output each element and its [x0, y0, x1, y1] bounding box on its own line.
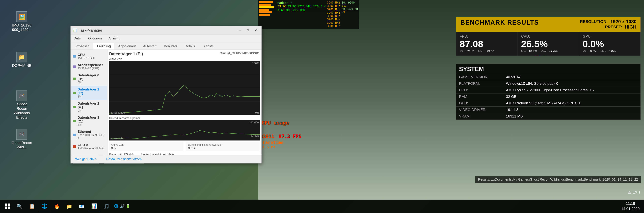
sys-row-cpu: CPU: AMD Ryzen 7 2700X Eight-Core Proces…: [456, 87, 640, 94]
exit-label: EXIT: [632, 190, 641, 194]
resolution-value: 1920 x 1080: [610, 19, 636, 24]
mail-taskbar-item[interactable]: 📧: [76, 201, 88, 211]
explorer-taskbar-item[interactable]: 📁: [64, 201, 75, 211]
stat-active-time: Aktive Zeit 0%: [109, 142, 183, 151]
benchmark-results-panel: BENCHMARK RESULTS RESOLUTION: 1920 x 108…: [456, 17, 641, 56]
memory-color-indicator: [73, 66, 76, 68]
search-taskbar-item[interactable]: 🔍: [14, 201, 26, 211]
svg-rect-0: [5, 203, 8, 206]
taskview-item[interactable]: 📋: [26, 201, 38, 211]
sys-row-platform: PLATFORM: Windows10 x64, Service pack 0: [456, 80, 640, 87]
task-manager-window: 📊 Task-Manager ─ □ ✕ Datei Optionen Ansi…: [70, 26, 262, 163]
disk3-color-indicator: [73, 120, 76, 122]
tab-appverlauf[interactable]: App-Verlauf: [115, 43, 139, 50]
preset-value: HIGH: [625, 24, 636, 30]
clock-time: 11:18: [621, 201, 640, 206]
tab-prozesse[interactable]: Prozesse: [72, 43, 93, 50]
resolution-label: RESOLUTION:: [580, 19, 608, 24]
cpu-color-indicator: [73, 55, 76, 58]
chart-time-label: 60 Sekunden: [110, 111, 126, 114]
minimize-button[interactable]: ─: [236, 27, 243, 33]
stat-response-time: Durchschnittliche Antwortzeit 0 ms: [186, 142, 260, 151]
bench-resolution-area: RESOLUTION: 1920 x 1080 PRESET: HIGH: [576, 17, 640, 32]
d3011-label: D3011: [260, 134, 274, 139]
cpu-metric: CPU: 26.5% Min: 18.7% Max: 47.4%: [518, 32, 579, 56]
exit-button[interactable]: ⏏ EXIT: [628, 190, 641, 194]
bench-title-area: BENCHMARK RESULTS: [456, 17, 576, 32]
taskmanager-taskbar-item[interactable]: 📊: [88, 201, 100, 211]
throughput-chart-svg: [109, 120, 260, 140]
sidebar-item-disk1[interactable]: Datenträger 1 (E:) 8%: [70, 86, 107, 100]
desktop-icon-4[interactable]: 🎮 GhostReconWild...: [10, 128, 34, 151]
results-path: Results: ...\Documents\My Games\Ghost Re…: [475, 176, 641, 183]
task-manager-footer: Weniger Details Ressourcenmonitor öffnen: [70, 155, 262, 163]
active-time-chart: 100% 0% 60 Sekunden: [109, 61, 260, 115]
menu-datei[interactable]: Datei: [72, 36, 83, 41]
system-info-panel: SYSTEM GAME VERSION: 4073014 PLATFORM: W…: [456, 64, 641, 120]
tab-benutzer[interactable]: Benutzer: [160, 43, 181, 50]
system-tray: 🌐 🔊 🔋: [113, 204, 132, 208]
menu-optionen[interactable]: Optionen: [86, 36, 104, 41]
gpu-avg-value: 0.0%: [582, 39, 637, 49]
cpu-label: CPU:: [521, 34, 576, 39]
sidebar-gpu0-label: GPU 0 AMD Radeon VII 94%: [78, 143, 104, 150]
desktop-icon-3[interactable]: 🎮 Ghost Recon Wildlands Effects: [10, 89, 34, 121]
sidebar-item-disk3[interactable]: Datenträger 3 (C:) 2%: [70, 114, 107, 128]
gpu-metric: GPU: 0.0% Min: 0.0% Max: 0.0%: [579, 32, 640, 56]
media-taskbar-item[interactable]: 🎵: [100, 201, 112, 211]
task-manager-menubar: Datei Optionen Ansicht: [70, 35, 262, 42]
throughput-label: Datendurchsatzdiagramm: [109, 117, 260, 120]
maximize-button[interactable]: □: [244, 27, 252, 33]
tab-details[interactable]: Details: [181, 43, 198, 50]
battery-tray-icon: 🔋: [126, 204, 130, 208]
fps-avg-value: 87.08: [460, 39, 514, 49]
system-title: SYSTEM: [456, 64, 640, 74]
tab-autostart[interactable]: Autostart: [140, 43, 160, 50]
bar-4: [259, 9, 269, 11]
resource-monitor-link[interactable]: Ressourcenmonitor öffnen: [104, 155, 144, 163]
tab-dienste[interactable]: Dienste: [199, 43, 217, 50]
system-info: Systemdatenträger: Nein: [140, 153, 174, 155]
close-button[interactable]: ✕: [252, 27, 260, 33]
sidebar-item-cpu[interactable]: CPU 15% 3,85 GHz: [70, 51, 107, 61]
sidebar-item-disk2[interactable]: Datenträger 2 (F:) 0%: [70, 100, 107, 114]
hud-frequency-stack: 3900 MHz 3900 MHz 3900 MHz 3900 MHz 3900…: [327, 1, 340, 28]
browser-taskbar-item[interactable]: 🌐: [38, 201, 50, 211]
desktop-icon-image-3: 🎮: [16, 90, 27, 101]
cpu-max-area: Max: 47.4%: [540, 50, 558, 53]
fps-value-display: 87.3 FPS: [278, 134, 301, 139]
disk-stats-section: Aktive Zeit 0% Durchschnittliche Antwort…: [109, 142, 260, 155]
sidebar-item-disk0[interactable]: Datenträger 0 (D:) 0%: [70, 72, 107, 86]
desktop-icon-label-4: GhostReconWild...: [12, 141, 32, 150]
window-controls: ─ □ ✕: [236, 27, 260, 33]
sidebar-item-gpu0[interactable]: GPU 0 AMD Radeon VII 94%: [70, 141, 107, 152]
start-button[interactable]: [2, 201, 14, 211]
sidebar-cpu-label: CPU 15% 3,85 GHz: [78, 53, 95, 60]
sidebar-item-ethernet[interactable]: Ethernet Ges.: 40,0 Empf.: 41,3 K: [70, 128, 107, 141]
windows-logo-icon: [4, 203, 10, 209]
firefox-taskbar-item[interactable]: 🔥: [51, 201, 63, 211]
task-manager-sidebar: CPU 15% 3,85 GHz Arbeitsspeicher 13/31,9…: [70, 50, 108, 155]
tab-leistung[interactable]: Leistung: [93, 43, 114, 50]
svg-rect-2: [5, 207, 8, 209]
fps-max-area: Max: 99.60: [478, 50, 494, 53]
gpu-label: GPU:: [582, 34, 637, 39]
desktop-icon-2[interactable]: 📁 DOPAMINE: [10, 50, 34, 69]
desktop-icon-1[interactable]: 🖼️ IMG_20190909_1420...: [10, 10, 34, 33]
hud-right-numbers: 10. 9500 011 MB12420 MB 39: [342, 1, 358, 14]
sidebar-item-memory[interactable]: Arbeitsspeicher 13/31,9 GB (23%): [70, 61, 107, 72]
benchmark-overlay: Radeon 7 33 9C 33 9C 1721 MHz 126.0 W 31…: [258, 0, 644, 199]
sidebar-disk0-label: Datenträger 0 (D:) 0%: [78, 73, 105, 84]
gpu-max-area: Max: 0.0%: [600, 50, 616, 53]
fewer-details-link[interactable]: Weniger Details: [73, 155, 99, 163]
taskbar-clock[interactable]: 11:18 14.01.2020: [618, 201, 642, 211]
clock-date: 14.01.2020: [621, 206, 640, 211]
menu-ansicht[interactable]: Ansicht: [107, 36, 121, 41]
hud-numeric-stats: Radeon 7 33 9C 33 9C 1721 MHz 126.0 W 31…: [278, 1, 325, 12]
throughput-chart: 100 MB/s 60 MB/s 60 Sekunden: [109, 120, 260, 140]
gpu-min-area: Min: 0.0%: [582, 50, 597, 53]
task-manager-body: CPU 15% 3,85 GHz Arbeitsspeicher 13/31,9…: [70, 50, 262, 155]
fps-label: FPS:: [460, 34, 514, 39]
sidebar-disk2-label: Datenträger 2 (F:) 0%: [78, 102, 105, 112]
throughput-time-label: 60 Sekunden: [110, 137, 124, 140]
